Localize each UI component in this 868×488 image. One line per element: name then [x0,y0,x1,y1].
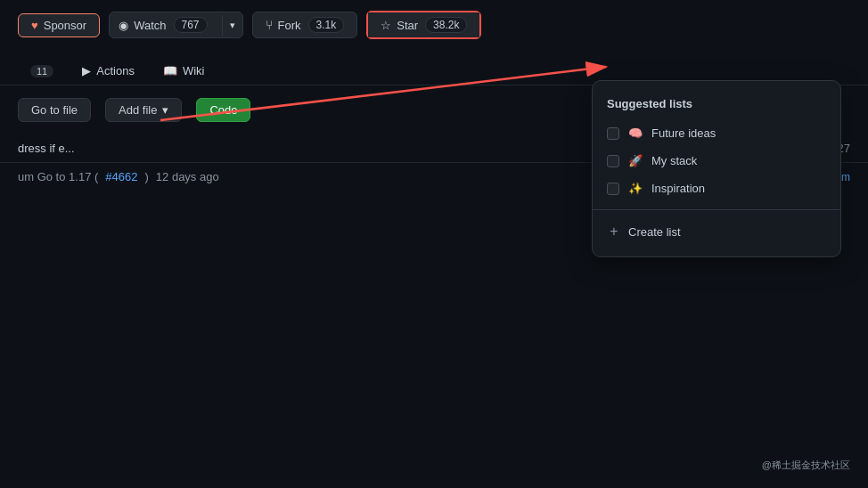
tab-issues-partial[interactable]: 11 [18,58,66,85]
tab-wiki[interactable]: 📖 Wiki [151,57,217,85]
code-label: Code [209,103,237,117]
eye-icon: ◉ [119,19,128,32]
star-icon: ☆ [381,19,391,32]
pr-link[interactable]: #4662 [105,170,137,183]
footer-description: um Go to 1.17 ( [18,170,98,183]
watch-label: Watch [134,19,166,32]
fork-count: 3.1k [308,17,345,33]
plus-icon: + [607,224,621,239]
star-count: 38.2k [425,17,467,33]
future-ideas-label: Future ideas [651,126,716,140]
add-file-dropdown-arrow: ▾ [162,103,168,117]
watermark: @稀土掘金技术社区 [762,459,850,472]
watch-dropdown-arrow[interactable]: ▾ [222,15,242,36]
watch-button-group: ◉ Watch 767 ▾ [109,12,242,38]
tab-actions[interactable]: ▶ Actions [70,57,147,85]
footer-time: 12 days ago [156,170,219,183]
create-list-label: Create list [628,225,681,239]
star-label: Star [397,19,418,32]
sponsor-button[interactable]: ♥ Sponsor [18,13,100,37]
my-stack-label: My stack [651,154,697,167]
watch-count: 767 [174,17,208,33]
go-to-file-button[interactable]: Go to file [18,98,91,122]
play-icon: ▶ [82,64,91,77]
code-button[interactable]: Code [196,98,250,122]
footer-suffix: ) [144,170,148,183]
future-ideas-checkbox[interactable] [607,127,619,140]
dropdown-divider [593,209,840,210]
fork-icon: ⑂ [266,18,273,32]
suggested-lists-dropdown: Suggested lists 🧠 Future ideas 🚀 My stac… [592,80,841,257]
watch-button[interactable]: ◉ Watch 767 [110,12,216,37]
dropdown-item-inspiration[interactable]: ✨ Inspiration [593,175,840,202]
watermark-text: @稀土掘金技术社区 [762,460,850,470]
fork-button[interactable]: ⑂ Fork 3.1k [252,12,358,38]
dropdown-header: Suggested lists [593,92,840,119]
fork-label: Fork [278,19,301,32]
add-file-label: Add file [119,103,157,117]
issues-badge: 11 [30,65,53,77]
inspiration-checkbox[interactable] [607,183,619,195]
add-file-button[interactable]: Add file ▾ [105,98,182,122]
heart-icon: ♥ [31,19,38,32]
inspiration-label: Inspiration [651,182,705,195]
actions-label: Actions [96,64,135,77]
future-ideas-emoji: 🧠 [628,126,643,140]
toolbar: ♥ Sponsor ◉ Watch 767 ▾ ⑂ Fork 3.1k ☆ St… [0,0,868,50]
inspiration-emoji: ✨ [628,182,643,195]
my-stack-checkbox[interactable] [607,155,619,167]
wiki-label: Wiki [183,64,205,77]
dropdown-item-my-stack[interactable]: 🚀 My stack [593,147,840,175]
go-to-file-label: Go to file [31,103,78,117]
create-list-button[interactable]: + Create list [593,217,840,246]
star-button-wrapper: ☆ Star 38.2k [366,11,481,39]
dropdown-item-future-ideas[interactable]: 🧠 Future ideas [593,119,840,147]
sponsor-label: Sponsor [44,19,86,32]
book-icon: 📖 [163,64,177,77]
star-button[interactable]: ☆ Star 38.2k [368,12,479,37]
my-stack-emoji: 🚀 [628,154,643,167]
